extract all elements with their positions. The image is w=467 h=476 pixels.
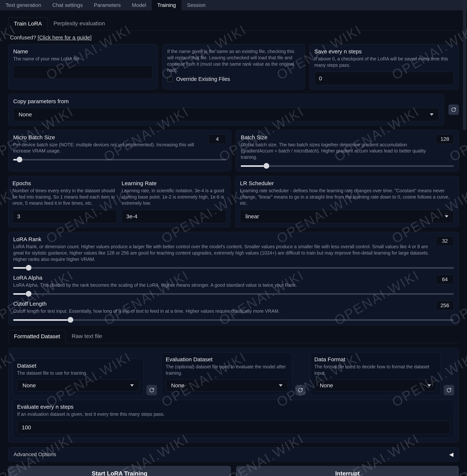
- scheduler-desc: Learning rate scheduler - defines how th…: [240, 188, 454, 206]
- chevron-down-icon: [428, 384, 431, 386]
- batch-desc: Global batch size. The two batch sizes t…: [241, 142, 432, 160]
- tab-parameters[interactable]: Parameters: [88, 0, 126, 10]
- lora-sliders-card: LoRA Rank LoRA Rank, or dimension count.…: [8, 232, 459, 325]
- epochs-card: Epochs Number of times every entry in th…: [13, 180, 117, 223]
- dstab-formatted[interactable]: Formatted Dataset: [8, 330, 66, 343]
- data-format-value: None: [320, 382, 333, 389]
- tab-session[interactable]: Session: [182, 0, 211, 10]
- scheduler-card: LR Scheduler Learning rate scheduler - d…: [235, 176, 459, 227]
- override-desc: If the name given is the same as an exis…: [167, 48, 300, 73]
- save-steps-title: Save every n steps: [314, 48, 454, 55]
- refresh-icon: [149, 387, 154, 393]
- eval-dataset-refresh-button[interactable]: [295, 385, 306, 395]
- batch-title: Batch Size: [241, 134, 432, 141]
- dataset-value: None: [23, 382, 36, 389]
- cutoff-slider[interactable]: [13, 318, 454, 321]
- cutoff-desc: Cutoff length for text input. Essentiall…: [13, 308, 432, 314]
- scrollbar-thumb[interactable]: [463, 0, 466, 131]
- guide-link[interactable]: Click here for a guide: [39, 35, 90, 40]
- epochs-desc: Number of times every entry in the datas…: [13, 188, 117, 206]
- data-format-title: Data Format: [314, 356, 437, 363]
- refresh-icon: [451, 107, 456, 112]
- dataset-tabs: Formatted Dataset Raw text file: [8, 330, 459, 343]
- lr-card: Learning Rate Learning rate, in scientif…: [122, 180, 226, 223]
- micro-batch-value[interactable]: 4: [208, 134, 226, 144]
- eval-dataset-desc: The (optional) dataset file used to eval…: [166, 364, 288, 376]
- eval-dataset-title: Evaluation Dataset: [166, 356, 288, 363]
- batch-card: Batch Size Global batch size. The two ba…: [236, 130, 459, 172]
- micro-batch-card: Micro Batch Size Per-device batch size (…: [8, 130, 231, 172]
- eval-dataset-value: None: [171, 382, 184, 389]
- lr-input[interactable]: [122, 210, 226, 223]
- override-label: Override Existing Files: [176, 76, 230, 82]
- interrupt-button[interactable]: Interrupt: [236, 466, 459, 476]
- dataset-refresh-button[interactable]: [146, 385, 157, 395]
- cutoff-title: Cutoff Length: [13, 301, 432, 307]
- eval-steps-title: Evaluate every n steps: [17, 404, 450, 410]
- lora-rank-slider[interactable]: [13, 266, 454, 269]
- lora-rank-desc: LoRA Rank, or dimension count. Higher va…: [13, 244, 433, 262]
- eval-steps-input[interactable]: [17, 421, 450, 434]
- advanced-options-title: Advanced Options: [13, 451, 56, 457]
- intro-suffix: ]: [90, 35, 91, 40]
- lr-title: Learning Rate: [122, 180, 226, 186]
- dataset-card: Dataset The dataset file to use for trai…: [13, 359, 143, 396]
- tab-text-generation[interactable]: Text generation: [0, 0, 47, 10]
- dstab-raw[interactable]: Raw text file: [66, 330, 108, 343]
- data-format-refresh-button[interactable]: [444, 385, 454, 395]
- epochs-input[interactable]: [13, 210, 117, 223]
- triangle-left-icon: ◀: [449, 451, 454, 458]
- batch-value[interactable]: 128: [436, 134, 454, 144]
- save-steps-desc: If above 0, a checkpoint of the LoRA wil…: [314, 56, 454, 68]
- subtab-perplexity[interactable]: Perplexity evaluation: [48, 17, 111, 30]
- eval-dataset-dropdown[interactable]: None: [166, 380, 288, 391]
- tab-model[interactable]: Model: [126, 0, 152, 10]
- micro-batch-desc: Per-device batch size (NOTE: multiple de…: [13, 142, 205, 154]
- lora-alpha-slider[interactable]: [13, 292, 454, 295]
- override-checkbox[interactable]: [167, 76, 173, 82]
- eval-steps-desc: If an evaluation dataset is given, test …: [17, 411, 450, 417]
- lora-alpha-value[interactable]: 64: [436, 275, 454, 284]
- chevron-down-icon: [430, 113, 434, 116]
- lora-alpha-desc: LoRA Alpha. This divided by the rank bec…: [13, 282, 433, 288]
- intro-prefix: Confused? [: [10, 35, 39, 40]
- page-body: Train LoRA Perplexity evaluation Confuse…: [0, 10, 467, 476]
- chevron-down-icon: [279, 384, 283, 386]
- chevron-down-icon: [445, 215, 448, 218]
- advanced-options-bar[interactable]: Advanced Options ◀: [8, 447, 459, 462]
- dataset-desc: The dataset file to use for training.: [17, 370, 139, 376]
- start-training-button[interactable]: Start LoRA Training: [8, 466, 231, 476]
- copy-params-card: Copy parameters from None: [8, 94, 444, 126]
- name-desc: The name of your new LoRA file: [13, 56, 153, 62]
- top-nav: Text generation Chat settings Parameters…: [0, 0, 467, 10]
- subtab-train-lora[interactable]: Train LoRA: [8, 17, 48, 30]
- copy-params-refresh-button[interactable]: [448, 105, 459, 115]
- copy-params-title: Copy parameters from: [13, 98, 439, 105]
- dataset-dropdown[interactable]: None: [17, 380, 139, 391]
- lr-desc: Learning rate, in scientific notation. 3…: [122, 188, 226, 206]
- tab-chat-settings[interactable]: Chat settings: [47, 0, 88, 10]
- sub-tabs: Train LoRA Perplexity evaluation: [8, 17, 459, 30]
- scheduler-title: LR Scheduler: [240, 180, 454, 186]
- copy-params-dropdown[interactable]: None: [13, 108, 439, 121]
- epochs-title: Epochs: [13, 180, 117, 186]
- micro-batch-slider[interactable]: [13, 158, 226, 161]
- tab-training[interactable]: Training: [152, 0, 182, 10]
- eval-steps-card: Evaluate every n steps If an evaluation …: [13, 400, 454, 438]
- scheduler-dropdown[interactable]: linear: [240, 210, 454, 223]
- name-input[interactable]: [13, 66, 153, 79]
- save-steps-card: Save every n steps If above 0, a checkpo…: [309, 44, 459, 90]
- name-title: Name: [13, 48, 153, 55]
- cutoff-value[interactable]: 256: [436, 301, 454, 310]
- micro-batch-title: Micro Batch Size: [13, 134, 205, 141]
- copy-params-value: None: [19, 111, 32, 118]
- intro-text: Confused? [Click here for a guide]: [8, 30, 459, 44]
- override-card: If the name given is the same as an exis…: [162, 44, 305, 90]
- batch-slider[interactable]: [241, 165, 454, 167]
- refresh-icon: [298, 387, 303, 393]
- data-format-dropdown[interactable]: None: [314, 380, 437, 391]
- lora-rank-value[interactable]: 32: [436, 236, 454, 246]
- save-steps-input[interactable]: [314, 72, 454, 85]
- dataset-title: Dataset: [17, 363, 139, 369]
- chevron-down-icon: [130, 384, 134, 386]
